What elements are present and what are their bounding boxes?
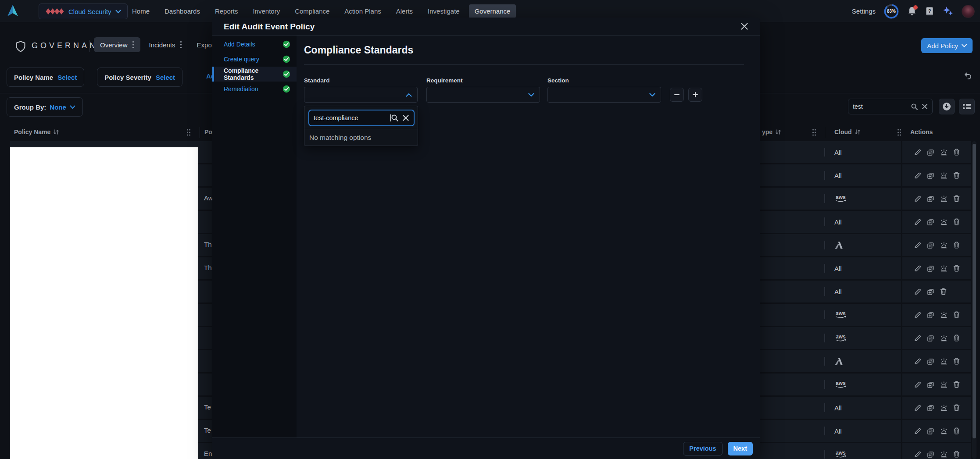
- standard-select[interactable]: [304, 87, 418, 103]
- clear-search-icon[interactable]: [922, 103, 928, 110]
- download-button[interactable]: [939, 99, 955, 114]
- delete-icon[interactable]: [953, 334, 960, 342]
- clone-icon[interactable]: [926, 195, 935, 203]
- edit-icon[interactable]: [914, 357, 922, 365]
- group-by-control[interactable]: Group By: None: [7, 97, 83, 117]
- nav-item-reports[interactable]: Reports: [209, 4, 244, 18]
- tab-overview[interactable]: Overview: [94, 37, 140, 52]
- alarm-icon[interactable]: [940, 357, 948, 365]
- alarm-icon[interactable]: [940, 171, 948, 179]
- column-settings-button[interactable]: [959, 99, 975, 114]
- kebab-menu-icon[interactable]: [180, 41, 182, 49]
- previous-button[interactable]: Previous: [683, 442, 722, 455]
- nav-item-investigate[interactable]: Investigate: [422, 4, 465, 18]
- edit-icon[interactable]: [914, 334, 922, 342]
- column-header-cloud[interactable]: Cloud: [834, 128, 861, 135]
- add-standard-button[interactable]: [688, 88, 702, 102]
- nav-item-compliance[interactable]: Compliance: [289, 4, 335, 18]
- table-search-input[interactable]: [853, 103, 911, 110]
- delete-icon[interactable]: [940, 288, 947, 295]
- clone-icon[interactable]: [926, 311, 935, 319]
- delete-icon[interactable]: [953, 195, 960, 203]
- alarm-icon[interactable]: [940, 427, 948, 435]
- reset-filters-icon[interactable]: [963, 71, 973, 81]
- filter-value[interactable]: Select: [156, 74, 175, 81]
- delete-icon[interactable]: [953, 450, 960, 458]
- column-resize-handle[interactable]: [824, 310, 825, 319]
- ai-sparkles-icon[interactable]: [942, 6, 954, 17]
- notifications-bell-icon[interactable]: [907, 6, 917, 17]
- clone-icon[interactable]: [926, 357, 935, 366]
- alarm-icon[interactable]: [940, 334, 948, 342]
- clone-icon[interactable]: [926, 218, 935, 226]
- settings-link[interactable]: Settings: [852, 7, 876, 15]
- delete-icon[interactable]: [953, 148, 960, 156]
- delete-icon[interactable]: [953, 264, 960, 272]
- clear-search-icon[interactable]: [402, 114, 409, 121]
- alarm-icon[interactable]: [940, 404, 948, 412]
- column-resize-handle[interactable]: [824, 450, 825, 459]
- delete-icon[interactable]: [953, 171, 960, 179]
- column-grip-icon[interactable]: [186, 128, 191, 136]
- column-resize-handle[interactable]: [824, 171, 825, 180]
- edit-icon[interactable]: [914, 218, 922, 226]
- help-book-icon[interactable]: ?: [925, 6, 934, 17]
- nav-item-inventory[interactable]: Inventory: [247, 4, 286, 18]
- alarm-icon[interactable]: [940, 195, 948, 203]
- clone-icon[interactable]: [926, 381, 935, 389]
- column-resize-handle[interactable]: [824, 427, 825, 435]
- column-resize-handle[interactable]: [824, 403, 825, 412]
- alarm-icon[interactable]: [940, 148, 948, 156]
- clone-icon[interactable]: [926, 450, 935, 459]
- edit-icon[interactable]: [914, 450, 922, 458]
- delete-icon[interactable]: [953, 241, 960, 249]
- alarm-icon[interactable]: [940, 218, 948, 226]
- clone-icon[interactable]: [926, 241, 935, 249]
- user-avatar[interactable]: [962, 5, 975, 18]
- delete-icon[interactable]: [953, 427, 960, 435]
- edit-icon[interactable]: [914, 264, 922, 272]
- requirement-select[interactable]: [426, 87, 540, 103]
- alarm-icon[interactable]: [940, 450, 948, 458]
- nav-item-dashboards[interactable]: Dashboards: [159, 4, 206, 18]
- edit-icon[interactable]: [914, 311, 922, 319]
- section-select[interactable]: [547, 87, 661, 103]
- edit-icon[interactable]: [914, 241, 922, 249]
- filter-chip-policy-severity[interactable]: Policy SeveritySelect: [97, 68, 182, 87]
- filter-chip-policy-name[interactable]: Policy NameSelect: [7, 68, 84, 87]
- edit-icon[interactable]: [914, 195, 922, 203]
- alarm-icon[interactable]: [940, 241, 948, 249]
- tab-incidents[interactable]: Incidents: [143, 37, 188, 52]
- alarm-icon[interactable]: [940, 311, 948, 319]
- close-icon[interactable]: [740, 22, 748, 30]
- edit-icon[interactable]: [914, 427, 922, 435]
- column-resize-handle[interactable]: [824, 357, 825, 366]
- delete-icon[interactable]: [953, 404, 960, 412]
- alarm-icon[interactable]: [940, 381, 948, 388]
- clone-icon[interactable]: [926, 334, 935, 342]
- edit-icon[interactable]: [914, 404, 922, 412]
- column-resize-handle[interactable]: [824, 334, 825, 342]
- standard-search-input[interactable]: [314, 114, 390, 121]
- column-resize-handle[interactable]: [824, 241, 825, 249]
- edit-icon[interactable]: [914, 381, 922, 388]
- wizard-step-add-details[interactable]: Add Details: [212, 37, 297, 52]
- usage-progress-ring[interactable]: 83%: [883, 4, 899, 19]
- nav-item-alerts[interactable]: Alerts: [390, 4, 418, 18]
- wizard-step-compliance-standards[interactable]: Compliance Standards: [212, 67, 297, 82]
- brand-logo-icon[interactable]: [6, 4, 19, 19]
- clone-icon[interactable]: [926, 404, 935, 412]
- column-resize-handle[interactable]: [824, 194, 825, 203]
- delete-icon[interactable]: [953, 357, 960, 365]
- nav-item-governance[interactable]: Governance: [469, 4, 516, 18]
- delete-icon[interactable]: [953, 311, 960, 319]
- column-resize-handle[interactable]: [824, 287, 825, 296]
- clone-icon[interactable]: [926, 288, 935, 296]
- wizard-step-create-query[interactable]: Create query: [212, 52, 297, 67]
- delete-icon[interactable]: [953, 218, 960, 226]
- column-header-type[interactable]: ype: [762, 128, 781, 135]
- scrollbar-thumb[interactable]: [973, 144, 976, 438]
- product-switcher[interactable]: Cloud Security: [39, 4, 128, 19]
- column-grip-icon[interactable]: [897, 128, 902, 136]
- nav-item-action-plans[interactable]: Action Plans: [339, 4, 386, 18]
